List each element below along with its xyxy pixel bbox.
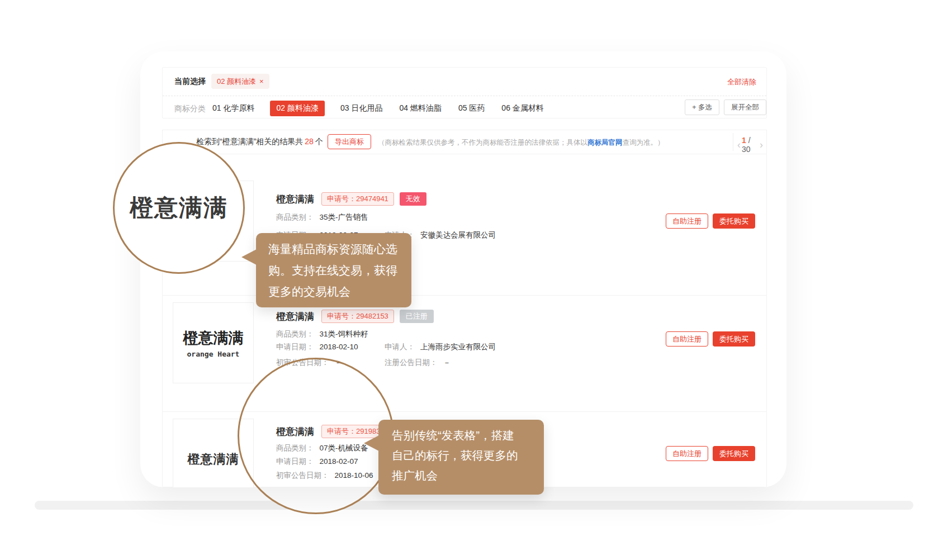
current-selection-row: 当前选择 02 颜料油漆× 全部清除 [163,68,766,96]
trademark-title-line: 橙意满满 申请号：29474941 无效 [276,192,426,206]
trademark-office-link[interactable]: 商标局官网 [587,139,623,146]
category-item-05[interactable]: 05 医药 [457,101,486,116]
current-selection-label: 当前选择 [174,77,206,87]
tooltip-line: 告别传统“发表格”，搭建 [392,425,530,445]
magnifier-circle-trademark: 橙意满满 [113,142,245,274]
base-shadow-bar [35,501,913,510]
results-summary-suffix: 个 [315,137,323,146]
row-actions: 自助注册 委托购买 [666,213,755,229]
promo-tooltip: 告别传统“发表格”，搭建 自己的标行，获得更多的 推广机会 [378,420,544,495]
apply-date-field: 申请日期：2018-02-10 [276,341,358,353]
row-divider [163,154,766,154]
category-field: 商品类别：35类-广告销售 [276,212,368,223]
trademark-name: 橙意满满 [276,310,314,323]
entrust-purchase-button[interactable]: 委托购买 [713,446,755,461]
results-count: 28 [305,137,314,146]
close-icon[interactable]: × [259,77,264,86]
expand-all-button[interactable]: 展开全部 [724,99,766,115]
clear-all-button[interactable]: 全部清除 [727,77,756,87]
row-actions: 自助注册 委托购买 [666,446,755,461]
tooltip-arrow-left-icon [364,435,379,451]
tooltip-line: 购。支持在线交易，获得 [268,260,399,281]
category-item-06[interactable]: 06 金属材料 [500,101,544,116]
category-item-03[interactable]: 03 日化用品 [339,101,383,116]
field-label: 注册公告日期： [385,358,438,367]
field-label: 商品类别： [276,213,314,221]
chevron-left-icon[interactable]: ‹ [736,140,742,150]
header-separator [733,133,733,151]
field-label: 商品类别： [276,330,314,338]
field-label: 申请人： [385,343,415,351]
reg-notice-field: 注册公告日期：－ [385,357,451,368]
trade-tooltip: 海量精品商标资源随心选 购。支持在线交易，获得 更多的交易机会 [256,233,411,307]
disclaimer-text: （商标检索结果仅供参考，不作为商标能否注册的法律依据；具体以商标局官网查询为准。… [378,138,665,148]
trademark-image: 橙意满满 orange Heart [173,302,254,383]
trademark-title-line: 橙意满满 申请号：29482153 已注册 [276,310,434,323]
status-badge: 已注册 [400,310,434,323]
field-value: － [443,358,451,367]
category-actions: + 多选 展开全部 [685,99,766,115]
results-summary: 检索到“橙意满满”相关的结果共28个 [196,137,323,147]
category-row-label: 商标分类 [174,104,206,114]
selected-filter-tag[interactable]: 02 颜料油漆× [211,74,269,89]
category-row: 商标分类 01 化学原料 02 颜料油漆 03 日化用品 04 燃料油脂 05 … [163,96,766,118]
tooltip-line: 海量精品商标资源随心选 [268,239,399,260]
chevron-right-icon[interactable]: › [759,140,764,150]
disclaimer-suffix: 查询为准。） [623,139,665,146]
results-summary-prefix: 检索到“橙意满满”相关的结果共 [196,137,303,146]
tooltip-line: 更多的交易机会 [268,281,399,302]
page-separator: / [748,136,751,145]
results-header: 检索到“橙意满满”相关的结果共28个 导出商标 （商标检索结果仅供参考，不作为商… [163,130,766,154]
pagination: ‹ 1 / 30 › [736,136,764,154]
field-value: 31类-饲料种籽 [320,330,368,338]
tooltip-line: 自己的标行，获得更多的 [392,445,530,466]
application-number-tag: 申请号：29482153 [321,310,394,323]
tooltip-arrow-left-icon [241,249,257,265]
multi-select-button[interactable]: + 多选 [685,99,719,115]
trademark-name: 橙意满满 [276,193,314,206]
current-page: 1 [742,136,746,145]
screen: 当前选择 02 颜料油漆× 全部清除 商标分类 01 化学原料 02 颜料油漆 … [0,0,948,560]
selected-filter-tag-label: 02 颜料油漆 [217,77,256,86]
status-badge: 无效 [400,192,426,206]
self-register-button[interactable]: 自助注册 [666,446,708,461]
self-register-button[interactable]: 自助注册 [666,331,708,347]
disclaimer-prefix: （商标检索结果仅供参考，不作为商标能否注册的法律依据；具体以 [378,139,587,146]
self-register-button[interactable]: 自助注册 [666,213,708,229]
tooltip-line: 推广机会 [392,466,530,486]
export-trademark-button[interactable]: 导出商标 [328,134,371,149]
category-item-02-selected[interactable]: 02 颜料油漆 [270,101,324,116]
filter-panel: 当前选择 02 颜料油漆× 全部清除 商标分类 01 化学原料 02 颜料油漆 … [162,67,767,118]
magnified-trademark-text: 橙意满满 [130,192,228,224]
entrust-purchase-button[interactable]: 委托购买 [713,331,755,347]
category-item-01[interactable]: 01 化学原料 [211,101,255,116]
row-divider [163,295,766,296]
field-value: 上海雨步实业有限公司 [420,343,496,351]
field-value: 2018-02-10 [320,343,358,351]
field-label: 申请日期： [276,343,314,351]
page-indicator: 1 / 30 [742,136,759,154]
field-value: 安徽美达会展有限公司 [420,231,496,239]
category-field: 商品类别：31类-饲料种籽 [276,329,368,340]
entrust-purchase-button[interactable]: 委托购买 [713,213,755,229]
category-list: 01 化学原料 02 颜料油漆 03 日化用品 04 燃料油脂 05 医药 06… [211,101,545,116]
total-pages: 30 [742,145,751,154]
trademark-image-text: 橙意满满 [188,451,239,468]
applicant-field: 申请人：上海雨步实业有限公司 [385,341,496,353]
trademark-image-text: 橙意满满 [183,328,244,348]
application-number-tag: 申请号：29474941 [321,192,394,206]
row-actions: 自助注册 委托购买 [666,331,755,347]
trademark-image-subtext: orange Heart [187,350,240,358]
field-value: 35类-广告销售 [320,213,368,221]
category-item-04[interactable]: 04 燃料油脂 [398,101,442,116]
